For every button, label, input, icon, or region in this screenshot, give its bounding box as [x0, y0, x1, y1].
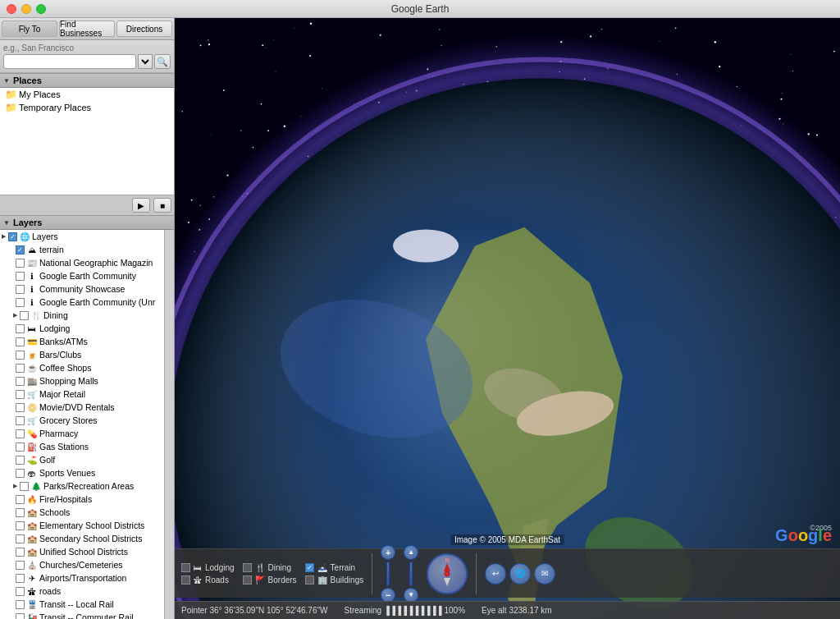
layer-item-layers-root[interactable]: ▶🌐Layers: [0, 230, 164, 243]
layers-scrollbar[interactable]: [164, 230, 174, 619]
roads-check-item[interactable]: 🛣 Roads: [181, 575, 235, 585]
close-button[interactable]: [7, 4, 16, 14]
checkbox-retail[interactable]: [16, 390, 25, 399]
checkbox-coffee[interactable]: [16, 364, 25, 373]
places-temporary-places[interactable]: 📁 Temporary Places: [0, 101, 174, 114]
checkbox-transit-commuter[interactable]: [16, 613, 25, 620]
layer-item-grocery[interactable]: 🛒Grocery Stores: [0, 414, 164, 427]
layer-item-secondary[interactable]: 🏫Secondary School Districts: [0, 532, 164, 545]
map-area[interactable]: Image © 2005 MDA EarthSat ©2005 Google 🛏…: [175, 18, 840, 619]
checkbox-google-unr[interactable]: [16, 298, 25, 307]
lodging-check-item[interactable]: 🛏 Lodging: [181, 563, 235, 572]
layer-item-pharmacy[interactable]: 💊Pharmacy: [0, 427, 164, 440]
layer-item-transit-local[interactable]: 🚆Transit -- Local Rail: [0, 598, 164, 611]
checkbox-churches[interactable]: [16, 561, 25, 570]
checkbox-parks[interactable]: [20, 482, 29, 491]
checkbox-golf[interactable]: [16, 456, 25, 465]
find-businesses-button[interactable]: Find Businesses: [59, 21, 115, 37]
layer-item-retail[interactable]: 🛒Major Retail: [0, 387, 164, 401]
search-button[interactable]: 🔍: [154, 54, 171, 69]
lodging-checkbox[interactable]: [181, 563, 190, 572]
checkbox-bars[interactable]: [16, 351, 25, 360]
places-section-header[interactable]: ▼ Places: [0, 73, 174, 88]
checkbox-gas[interactable]: [16, 442, 25, 452]
minimize-button[interactable]: [21, 4, 31, 14]
compass[interactable]: N: [427, 553, 468, 594]
nav-button-1[interactable]: ↩: [485, 563, 506, 585]
checkbox-elem-school[interactable]: [16, 521, 25, 530]
checkbox-sports[interactable]: [16, 469, 25, 478]
play-button[interactable]: ▶: [132, 198, 150, 213]
checkbox-nat-geo[interactable]: [16, 259, 25, 268]
layer-item-golf[interactable]: ⛳Golf: [0, 453, 164, 466]
checkbox-fire[interactable]: [16, 495, 25, 504]
nav-button-2[interactable]: 🌐: [509, 563, 531, 585]
checkbox-malls[interactable]: [16, 377, 25, 386]
layer-item-parks[interactable]: ▶🌲Parks/Recreation Areas: [0, 479, 164, 493]
checkbox-grocery[interactable]: [16, 416, 25, 425]
search-type-select[interactable]: [138, 54, 153, 69]
layer-item-gas[interactable]: ⛽Gas Stations: [0, 440, 164, 453]
layer-item-sports[interactable]: 🏟Sports Venues: [0, 466, 164, 479]
checkbox-unified[interactable]: [16, 548, 25, 557]
stop-button[interactable]: ■: [153, 198, 171, 213]
layer-item-google-community[interactable]: ℹGoogle Earth Community: [0, 269, 164, 282]
checkbox-pharmacy[interactable]: [16, 429, 25, 438]
search-input[interactable]: [3, 54, 136, 69]
layers-section-header[interactable]: ▼ Layers: [0, 215, 174, 230]
checkbox-airports[interactable]: [16, 574, 25, 583]
layer-item-transit-commuter[interactable]: 🚂Transit -- Commuter Rail: [0, 611, 164, 619]
bottom-controls: 🛏 Lodging 🛣 Roads 🍴 Dining 🚩: [175, 548, 840, 598]
layer-item-unified[interactable]: 🏫Unified School Districts: [0, 545, 164, 558]
layer-item-malls[interactable]: 🏬Shopping Malls: [0, 374, 164, 387]
checkbox-schools[interactable]: [16, 508, 25, 517]
layer-item-elem-school[interactable]: 🏫Elementary School Districts: [0, 519, 164, 532]
zoom-in-button[interactable]: +: [381, 545, 395, 560]
layer-item-banks[interactable]: 💳Banks/ATMs: [0, 335, 164, 348]
nav-button-3[interactable]: ✉: [534, 563, 555, 585]
checkbox-banks[interactable]: [16, 337, 25, 346]
maximize-button[interactable]: [36, 4, 46, 14]
dining-check-item[interactable]: 🍴 Dining: [243, 563, 297, 572]
terrain-icon: 🗻: [317, 563, 327, 572]
layer-item-dining[interactable]: ▶🍴Dining: [0, 309, 164, 322]
checkbox-dining[interactable]: [20, 311, 29, 320]
layer-item-community-showcase[interactable]: ℹCommunity Showcase: [0, 282, 164, 296]
roads-checkbox[interactable]: [181, 575, 190, 585]
layer-item-terrain[interactable]: ⛰terrain: [0, 243, 164, 256]
zoom-out-button[interactable]: −: [381, 588, 395, 603]
terrain-checkbox[interactable]: [305, 563, 314, 572]
borders-checkbox[interactable]: [243, 575, 252, 585]
checkbox-roads[interactable]: [16, 587, 25, 596]
buildings-check-item[interactable]: 🏢 Buildings: [305, 575, 364, 585]
places-my-places[interactable]: 📁 My Places: [0, 88, 174, 101]
checkbox-lodging[interactable]: [16, 324, 25, 333]
checkbox-transit-local[interactable]: [16, 600, 25, 609]
dining-checkbox[interactable]: [243, 563, 252, 572]
layer-item-google-unr[interactable]: ℹGoogle Earth Community (Unr: [0, 296, 164, 309]
checkbox-secondary[interactable]: [16, 534, 25, 543]
buildings-checkbox[interactable]: [305, 575, 314, 585]
tilt-up-button[interactable]: ▲: [404, 545, 418, 560]
layer-item-airports[interactable]: ✈Airports/Transportation: [0, 571, 164, 585]
divider1: [372, 553, 372, 594]
checkbox-layers-root[interactable]: [8, 232, 17, 241]
fly-to-button[interactable]: Fly To: [2, 21, 57, 37]
layer-item-churches[interactable]: ⛪Churches/Cemeteries: [0, 558, 164, 571]
layer-item-nat-geo[interactable]: 📰National Geographic Magazin: [0, 256, 164, 269]
layer-item-coffee[interactable]: ☕Coffee Shops: [0, 361, 164, 374]
borders-check-item[interactable]: 🚩 Borders: [243, 575, 297, 585]
tilt-down-button[interactable]: ▼: [404, 588, 418, 603]
checkbox-community-showcase[interactable]: [16, 285, 25, 294]
checkbox-dvd[interactable]: [16, 403, 25, 412]
terrain-check-item[interactable]: 🗻 Terrain: [305, 563, 364, 572]
layer-item-roads[interactable]: 🛣roads: [0, 585, 164, 598]
layer-item-bars[interactable]: 🍺Bars/Clubs: [0, 348, 164, 361]
layer-item-lodging[interactable]: 🛏Lodging: [0, 322, 164, 335]
checkbox-terrain[interactable]: [16, 245, 25, 254]
layer-item-dvd[interactable]: 📀Movie/DVD Rentals: [0, 401, 164, 414]
layer-item-fire[interactable]: 🔥Fire/Hospitals: [0, 493, 164, 506]
layer-item-schools[interactable]: 🏫Schools: [0, 506, 164, 519]
checkbox-google-community[interactable]: [16, 272, 25, 281]
directions-button[interactable]: Directions: [116, 21, 172, 37]
